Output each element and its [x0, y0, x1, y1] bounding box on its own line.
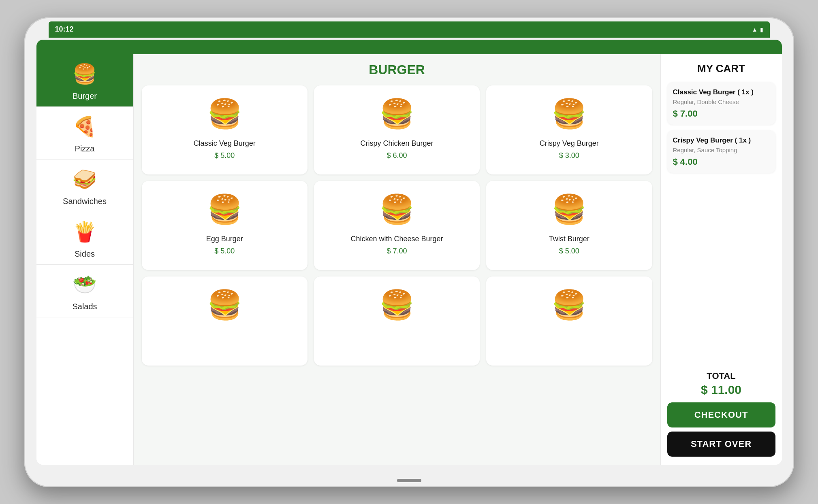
tablet-frame: 10:12 ▲ ▮ 🍔 Burger 🍕 Pizza 🥪 Sandw: [24, 17, 794, 487]
classic-veg-name: Classic Veg Burger: [194, 139, 256, 148]
sidebar: 🍔 Burger 🍕 Pizza 🥪 Sandwiches 🍟 Sides 🥗: [36, 54, 134, 465]
home-button[interactable]: [397, 479, 421, 482]
menu-card-twist-burger[interactable]: 🍔 Twist Burger $ 5.00: [486, 181, 652, 270]
twist-burger-name: Twist Burger: [549, 234, 589, 244]
menu-grid: 🍔 Classic Veg Burger $ 5.00 🍔 Crispy Chi…: [142, 85, 652, 366]
top-green-bar: [36, 40, 782, 54]
classic-veg-price: $ 5.00: [214, 151, 235, 160]
cart-title: MY CART: [667, 62, 775, 75]
cart-item-1: Classic Veg Burger ( 1x ) Regular, Doubl…: [667, 82, 775, 125]
extra-3-image: 🍔: [543, 285, 596, 325]
classic-veg-image: 🍔: [198, 94, 251, 134]
tablet-screen: 🍔 Burger 🍕 Pizza 🥪 Sandwiches 🍟 Sides 🥗: [36, 40, 782, 465]
menu-card-crispy-chicken[interactable]: 🍔 Crispy Chicken Burger $ 6.00: [314, 85, 480, 174]
cart-item-2: Crispy Veg Burger ( 1x ) Regular, Sauce …: [667, 130, 775, 173]
crispy-chicken-price: $ 6.00: [387, 151, 407, 160]
salad-icon: 🥗: [66, 270, 103, 299]
menu-card-crispy-veg[interactable]: 🍔 Crispy Veg Burger $ 3.00: [486, 85, 652, 174]
egg-burger-name: Egg Burger: [206, 234, 243, 244]
menu-card-egg-burger[interactable]: 🍔 Egg Burger $ 5.00: [142, 181, 308, 270]
twist-burger-price: $ 5.00: [559, 247, 579, 255]
main-menu: BURGER 🍔 Classic Veg Burger $ 5.00 🍔 Cri…: [134, 54, 660, 465]
battery-icon: ▮: [760, 26, 763, 33]
cart-total-section: TOTAL $ 11.00 CHECKOUT START OVER: [667, 371, 775, 457]
sidebar-item-sides[interactable]: 🍟 Sides: [36, 212, 133, 265]
wifi-icon: ▲: [752, 26, 758, 33]
cart-item-1-description: Regular, Double Cheese: [673, 98, 770, 105]
sidebar-item-sandwiches[interactable]: 🥪 Sandwiches: [36, 159, 133, 212]
cart-item-2-price: $ 4.00: [673, 157, 770, 167]
crispy-veg-price: $ 3.00: [559, 151, 579, 160]
egg-burger-image: 🍔: [198, 189, 251, 230]
checkout-button[interactable]: CHECKOUT: [667, 402, 775, 427]
cart-item-2-name: Crispy Veg Burger ( 1x ): [673, 136, 770, 145]
menu-card-extra-3[interactable]: 🍔: [486, 276, 652, 366]
status-bar: 10:12 ▲ ▮: [49, 21, 770, 38]
menu-card-extra-1[interactable]: 🍔: [142, 276, 308, 366]
sidebar-item-salads[interactable]: 🥗 Salads: [36, 265, 133, 317]
burger-icon: 🍔: [66, 60, 103, 88]
total-label: TOTAL: [667, 371, 775, 381]
sidebar-label-salads: Salads: [72, 302, 97, 311]
crispy-chicken-name: Crispy Chicken Burger: [360, 139, 433, 148]
crispy-veg-image: 🍔: [543, 94, 596, 134]
pizza-icon: 🍕: [66, 113, 103, 141]
start-over-button[interactable]: START OVER: [667, 432, 775, 457]
crispy-chicken-image: 🍔: [370, 94, 423, 134]
chicken-cheese-name: Chicken with Cheese Burger: [350, 234, 443, 244]
category-title: BURGER: [142, 62, 652, 77]
twist-burger-image: 🍔: [543, 189, 596, 230]
sidebar-item-pizza[interactable]: 🍕 Pizza: [36, 107, 133, 159]
status-icons: ▲ ▮: [752, 26, 763, 33]
egg-burger-price: $ 5.00: [214, 247, 235, 255]
extra-2-image: 🍔: [370, 285, 423, 325]
sidebar-label-burger: Burger: [73, 91, 97, 101]
sidebar-label-sides: Sides: [75, 249, 95, 259]
sidebar-label-pizza: Pizza: [75, 144, 95, 153]
app-content: 🍔 Burger 🍕 Pizza 🥪 Sandwiches 🍟 Sides 🥗: [36, 54, 782, 465]
fries-icon: 🍟: [66, 218, 103, 246]
extra-1-image: 🍔: [198, 285, 251, 325]
menu-card-extra-2[interactable]: 🍔: [314, 276, 480, 366]
menu-card-classic-veg[interactable]: 🍔 Classic Veg Burger $ 5.00: [142, 85, 308, 174]
chicken-cheese-price: $ 7.00: [387, 247, 407, 255]
menu-card-chicken-cheese[interactable]: 🍔 Chicken with Cheese Burger $ 7.00: [314, 181, 480, 270]
status-time: 10:12: [55, 25, 74, 34]
total-amount: $ 11.00: [667, 383, 775, 397]
chicken-cheese-image: 🍔: [370, 189, 423, 230]
cart-item-2-description: Regular, Sauce Topping: [673, 147, 770, 153]
sidebar-label-sandwiches: Sandwiches: [63, 197, 107, 206]
cart-panel: MY CART Classic Veg Burger ( 1x ) Regula…: [660, 54, 782, 465]
sandwich-icon: 🥪: [66, 165, 103, 194]
sidebar-item-burger[interactable]: 🍔 Burger: [36, 54, 133, 107]
cart-item-1-name: Classic Veg Burger ( 1x ): [673, 88, 770, 97]
cart-item-1-price: $ 7.00: [673, 108, 770, 119]
crispy-veg-name: Crispy Veg Burger: [540, 139, 599, 148]
